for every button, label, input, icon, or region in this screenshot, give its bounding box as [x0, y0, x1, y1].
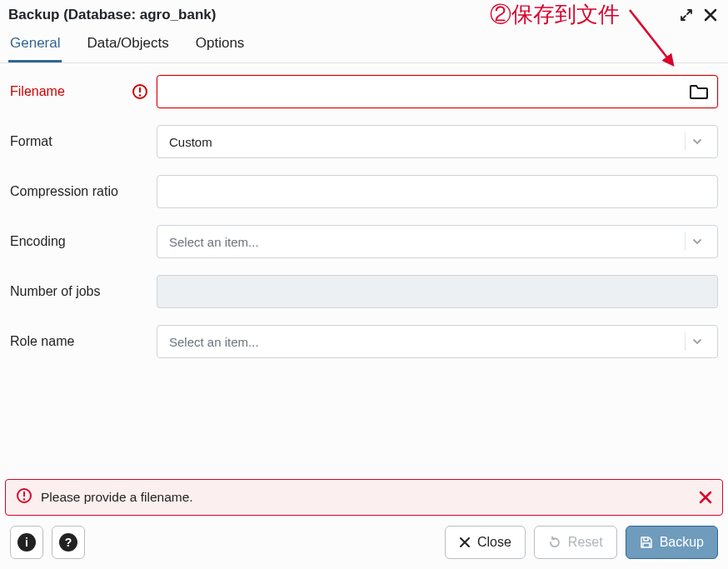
save-icon — [640, 536, 653, 549]
dialog-titlebar: Backup (Database: agro_bank) — [0, 0, 728, 27]
tab-options[interactable]: Options — [194, 27, 247, 62]
row-filename: Filename — [10, 75, 718, 108]
filename-input[interactable] — [157, 75, 718, 108]
row-compression: Compression ratio — [10, 175, 718, 208]
reset-button-label: Reset — [568, 535, 603, 550]
format-value: Custom — [169, 135, 212, 149]
alert-filename-error: Please provide a filename. — [5, 479, 723, 516]
label-role: Role name — [10, 334, 157, 349]
folder-icon[interactable] — [681, 76, 717, 107]
tab-general[interactable]: General — [8, 27, 62, 62]
close-button-label: Close — [477, 535, 511, 550]
chevron-down-icon — [686, 326, 709, 357]
error-icon — [132, 83, 148, 100]
x-icon — [459, 537, 471, 548]
svg-point-6 — [23, 498, 25, 500]
alert-text: Please provide a filename. — [41, 490, 193, 505]
form-area: Filename Format Custom — [0, 63, 728, 479]
info-icon: i — [17, 533, 36, 552]
chevron-down-icon — [686, 126, 709, 157]
role-select[interactable]: Select an item... — [157, 325, 718, 358]
reset-button[interactable]: Reset — [534, 526, 617, 559]
label-jobs: Number of jobs — [10, 284, 157, 299]
role-placeholder: Select an item... — [169, 335, 259, 349]
row-encoding: Encoding Select an item... — [10, 225, 718, 258]
svg-point-3 — [139, 94, 141, 96]
label-format: Format — [10, 134, 157, 149]
expand-icon[interactable] — [680, 8, 693, 22]
help-icon: ? — [59, 533, 77, 552]
label-compression: Compression ratio — [10, 184, 157, 199]
close-button[interactable]: Close — [445, 526, 526, 559]
backup-button[interactable]: Backup — [626, 526, 718, 559]
reset-icon — [548, 536, 561, 549]
label-encoding: Encoding — [10, 234, 157, 249]
chevron-down-icon — [686, 226, 709, 257]
close-icon[interactable] — [703, 7, 718, 22]
encoding-placeholder: Select an item... — [169, 235, 259, 249]
info-button[interactable]: i — [10, 526, 43, 559]
help-button[interactable]: ? — [52, 526, 85, 559]
dialog-footer: i ? Close Reset Backup — [0, 526, 728, 569]
alert-close-icon[interactable] — [699, 491, 712, 504]
row-format: Format Custom — [10, 125, 718, 158]
row-role: Role name Select an item... — [10, 325, 718, 358]
format-select[interactable]: Custom — [157, 125, 718, 158]
compression-input[interactable] — [157, 175, 718, 208]
label-filename: Filename — [10, 83, 157, 100]
encoding-select[interactable]: Select an item... — [157, 225, 718, 258]
backup-button-label: Backup — [660, 535, 704, 550]
tabs: General Data/Objects Options — [0, 27, 728, 63]
backup-dialog: ②保存到文件 Backup (Database: agro_bank) Gene… — [0, 0, 728, 569]
row-jobs: Number of jobs — [10, 275, 718, 308]
dialog-title: Backup (Database: agro_bank) — [8, 7, 216, 23]
tab-data-objects[interactable]: Data/Objects — [85, 27, 170, 62]
error-icon — [16, 487, 32, 507]
jobs-input — [157, 275, 718, 308]
